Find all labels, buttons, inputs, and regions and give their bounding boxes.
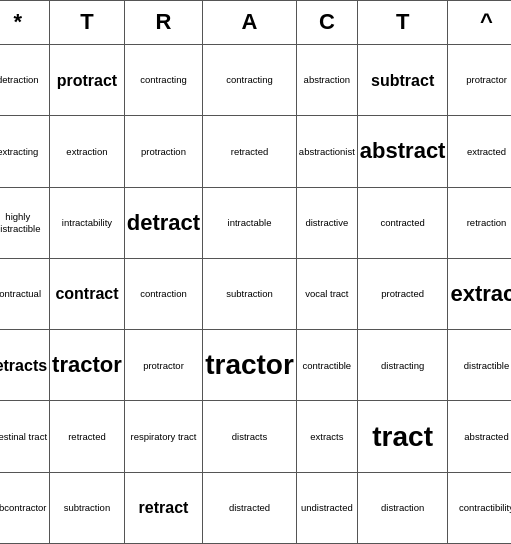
bingo-cell[interactable]: tractor [50,330,125,401]
bingo-cell[interactable]: distraction [357,472,448,543]
bingo-cell[interactable]: extracts [296,401,357,472]
header-cell: A [203,1,297,45]
bingo-cell[interactable]: protraction [124,116,202,187]
bingo-cell[interactable]: contraction [124,258,202,329]
bingo-cell[interactable]: contracted [357,187,448,258]
bingo-cell[interactable]: contracting [124,45,202,116]
bingo-cell[interactable]: tract [357,401,448,472]
bingo-cell[interactable]: abstractionist [296,116,357,187]
bingo-cell[interactable]: abstracted [448,401,511,472]
bingo-cell[interactable]: protract [50,45,125,116]
bingo-cell[interactable]: protractor [124,330,202,401]
bingo-cell[interactable]: extract [448,258,511,329]
bingo-cell[interactable]: protractor [448,45,511,116]
bingo-cell[interactable]: vocal tract [296,258,357,329]
bingo-cell[interactable]: subtract [357,45,448,116]
bingo-cell[interactable]: retracted [203,116,297,187]
bingo-cell[interactable]: subcontractor [0,472,50,543]
bingo-cell[interactable]: extracted [448,116,511,187]
bingo-cell[interactable]: retract [124,472,202,543]
header-cell: T [357,1,448,45]
bingo-cell[interactable]: distracts [203,401,297,472]
bingo-table: *TRACT^ detractionprotractcontractingcon… [0,0,511,544]
bingo-cell[interactable]: contractual [0,258,50,329]
bingo-cell[interactable]: distracting [357,330,448,401]
bingo-cell[interactable]: respiratory tract [124,401,202,472]
header-cell: C [296,1,357,45]
bingo-cell[interactable]: contractibility [448,472,511,543]
bingo-cell[interactable]: detraction [0,45,50,116]
bingo-cell[interactable]: protracted [357,258,448,329]
header-cell: T [50,1,125,45]
bingo-cell[interactable]: highly distractible [0,187,50,258]
bingo-cell[interactable]: subtraction [203,258,297,329]
bingo-cell[interactable]: distractive [296,187,357,258]
bingo-cell[interactable]: intestinal tract [0,401,50,472]
bingo-cell[interactable]: contract [50,258,125,329]
bingo-cell[interactable]: contractible [296,330,357,401]
bingo-cell[interactable]: retraction [448,187,511,258]
bingo-cell[interactable]: undistracted [296,472,357,543]
bingo-cell[interactable]: retracted [50,401,125,472]
header-cell: ^ [448,1,511,45]
bingo-cell[interactable]: intractable [203,187,297,258]
bingo-cell[interactable]: distractible [448,330,511,401]
bingo-cell[interactable]: intractability [50,187,125,258]
bingo-cell[interactable]: distracted [203,472,297,543]
header-cell: * [0,1,50,45]
bingo-cell[interactable]: detract [124,187,202,258]
bingo-cell[interactable]: tractor [203,330,297,401]
bingo-cell[interactable]: retracts [0,330,50,401]
bingo-cell[interactable]: abstract [357,116,448,187]
bingo-cell[interactable]: extracting [0,116,50,187]
bingo-cell[interactable]: contracting [203,45,297,116]
bingo-cell[interactable]: subtraction [50,472,125,543]
bingo-cell[interactable]: abstraction [296,45,357,116]
header-cell: R [124,1,202,45]
bingo-cell[interactable]: extraction [50,116,125,187]
